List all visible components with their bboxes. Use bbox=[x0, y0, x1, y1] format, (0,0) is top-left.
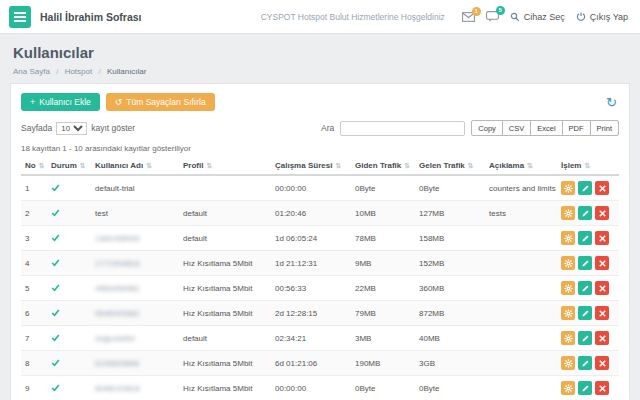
row-settings-button[interactable] bbox=[561, 331, 575, 345]
row-edit-button[interactable] bbox=[578, 381, 592, 395]
header-note[interactable]: Açıklama⇅ bbox=[485, 157, 557, 175]
row-delete-button[interactable] bbox=[595, 331, 609, 345]
header-download[interactable]: Gelen Trafik⇅ bbox=[415, 157, 485, 175]
table-row[interactable]: 8 6245609896 Hız Kısıtlama 5Mbit 6d 01:2… bbox=[21, 351, 619, 376]
row-edit-button[interactable] bbox=[578, 256, 592, 270]
logout-button[interactable]: Çıkış Yap bbox=[576, 12, 628, 22]
header-uptime[interactable]: Çalışma Süresi⇅ bbox=[271, 157, 351, 175]
export-print-button[interactable]: Print bbox=[590, 120, 619, 136]
search-label: Ara bbox=[321, 123, 334, 133]
cell-status bbox=[47, 326, 91, 351]
search-input[interactable] bbox=[340, 121, 465, 136]
breadcrumb-hotspot[interactable]: Hotspot bbox=[65, 67, 93, 76]
row-edit-button[interactable] bbox=[578, 356, 592, 370]
row-delete-button[interactable] bbox=[595, 381, 609, 395]
cell-note bbox=[485, 276, 557, 301]
row-settings-button[interactable] bbox=[561, 356, 575, 370]
row-settings-button[interactable] bbox=[561, 281, 575, 295]
cell-uptime: 02:34:21 bbox=[271, 326, 351, 351]
table-row[interactable]: 6 5546093982 Hız Kısıtlama 5Mbit 2d 12:2… bbox=[21, 301, 619, 326]
row-settings-button[interactable] bbox=[561, 181, 575, 195]
status-ok-icon bbox=[51, 283, 60, 292]
row-settings-button[interactable] bbox=[561, 381, 575, 395]
header-username[interactable]: Kullanıcı Adı⇅ bbox=[91, 157, 179, 175]
sort-icon: ⇅ bbox=[335, 162, 341, 169]
messages-count-badge: 1 bbox=[472, 7, 481, 16]
row-settings-button[interactable] bbox=[561, 306, 575, 320]
row-delete-button[interactable] bbox=[595, 281, 609, 295]
row-edit-button[interactable] bbox=[578, 281, 592, 295]
page-title: Kullanıcılar bbox=[13, 44, 627, 61]
status-ok-icon bbox=[51, 233, 60, 242]
export-excel-button[interactable]: Excel bbox=[530, 120, 562, 136]
gear-icon bbox=[564, 359, 573, 368]
cell-actions bbox=[557, 175, 619, 201]
table-row[interactable]: 9 8448120818 Hız Kısıtlama 5Mbit 00:00:0… bbox=[21, 376, 619, 400]
row-delete-button[interactable] bbox=[595, 256, 609, 270]
row-settings-button[interactable] bbox=[561, 231, 575, 245]
row-settings-button[interactable] bbox=[561, 256, 575, 270]
row-edit-button[interactable] bbox=[578, 206, 592, 220]
edit-pencil-icon bbox=[581, 284, 590, 293]
table-row[interactable]: 5 4563456982 Hız Kısıtlama 5Mbit 00:56:3… bbox=[21, 276, 619, 301]
sort-icon: ⇅ bbox=[468, 162, 474, 169]
cell-uptime: 1d 06:05:24 bbox=[271, 226, 351, 251]
cell-download: 40MB bbox=[415, 326, 485, 351]
delete-x-icon bbox=[598, 334, 607, 343]
cell-actions bbox=[557, 351, 619, 376]
username-text: 1381058028 bbox=[95, 234, 140, 243]
table-controls: Sayfada 10 kayıt göster Ara Copy CSV Exc… bbox=[21, 120, 619, 136]
notifications-button[interactable]: 5 bbox=[486, 11, 499, 22]
row-delete-button[interactable] bbox=[595, 231, 609, 245]
reset-counters-button[interactable]: ↺ Tüm Sayaçları Sıfırla bbox=[106, 93, 215, 111]
add-user-button[interactable]: + Kullanıcı Ekle bbox=[21, 93, 100, 111]
table-row[interactable]: 2 test default 01:20:46 10MB 127MB tests bbox=[21, 201, 619, 226]
gear-icon bbox=[564, 384, 573, 393]
row-delete-button[interactable] bbox=[595, 206, 609, 220]
cell-upload: 3MB bbox=[351, 326, 415, 351]
export-csv-button[interactable]: CSV bbox=[502, 120, 531, 136]
delete-x-icon bbox=[598, 359, 607, 368]
messages-button[interactable]: 1 bbox=[462, 12, 475, 22]
page-size-select[interactable]: 10 bbox=[56, 122, 87, 135]
cell-username: 8448120818 bbox=[91, 376, 179, 400]
cell-no: 2 bbox=[21, 201, 47, 226]
plus-icon: + bbox=[30, 98, 35, 107]
export-pdf-button[interactable]: PDF bbox=[562, 120, 591, 136]
header-profile[interactable]: Profil⇅ bbox=[179, 157, 271, 175]
status-ok-icon bbox=[51, 383, 60, 392]
refresh-button[interactable]: ↻ bbox=[604, 96, 619, 109]
row-delete-button[interactable] bbox=[595, 356, 609, 370]
cell-no: 7 bbox=[21, 326, 47, 351]
export-copy-button[interactable]: Copy bbox=[471, 120, 503, 136]
users-table: No⇅ Durum⇅ Kullanıcı Adı⇅ Profil⇅ Çalışm… bbox=[21, 157, 619, 400]
delete-x-icon bbox=[598, 259, 607, 268]
hamburger-menu-button[interactable] bbox=[9, 6, 31, 28]
edit-pencil-icon bbox=[581, 334, 590, 343]
row-edit-button[interactable] bbox=[578, 181, 592, 195]
header-no[interactable]: No⇅ bbox=[21, 157, 47, 175]
breadcrumb-home[interactable]: Ana Sayfa bbox=[13, 67, 50, 76]
table-row[interactable]: 3 1381058028 default 1d 06:05:24 78MB 15… bbox=[21, 226, 619, 251]
edit-pencil-icon bbox=[581, 259, 590, 268]
row-edit-button[interactable] bbox=[578, 306, 592, 320]
device-select-label: Cihaz Seç bbox=[524, 12, 565, 22]
table-row[interactable]: 4 2771509818 Hız Kısıtlama 5Mbit 1d 21:1… bbox=[21, 251, 619, 276]
table-row[interactable]: 1 default-trial 00:00:00 0Byte 0Byte cou… bbox=[21, 175, 619, 201]
table-header-row: No⇅ Durum⇅ Kullanıcı Adı⇅ Profil⇅ Çalışm… bbox=[21, 157, 619, 175]
username-text: default-trial bbox=[95, 184, 135, 193]
row-edit-button[interactable] bbox=[578, 231, 592, 245]
row-delete-button[interactable] bbox=[595, 181, 609, 195]
table-row[interactable]: 7 doğuotel54 default 02:34:21 3MB 40MB bbox=[21, 326, 619, 351]
header-actions[interactable]: İşlem⇅ bbox=[557, 157, 619, 175]
header-upload[interactable]: Giden Trafik⇅ bbox=[351, 157, 415, 175]
device-select-button[interactable]: Cihaz Seç bbox=[510, 12, 565, 22]
cell-note bbox=[485, 251, 557, 276]
header-status[interactable]: Durum⇅ bbox=[47, 157, 91, 175]
row-delete-button[interactable] bbox=[595, 306, 609, 320]
top-navbar: Halil İbrahim Sofrası CYSPOT Hotspot Bul… bbox=[0, 0, 640, 34]
row-edit-button[interactable] bbox=[578, 331, 592, 345]
row-settings-button[interactable] bbox=[561, 206, 575, 220]
cell-uptime: 00:00:00 bbox=[271, 376, 351, 400]
cell-note: counters and limits for trial users bbox=[485, 175, 557, 201]
